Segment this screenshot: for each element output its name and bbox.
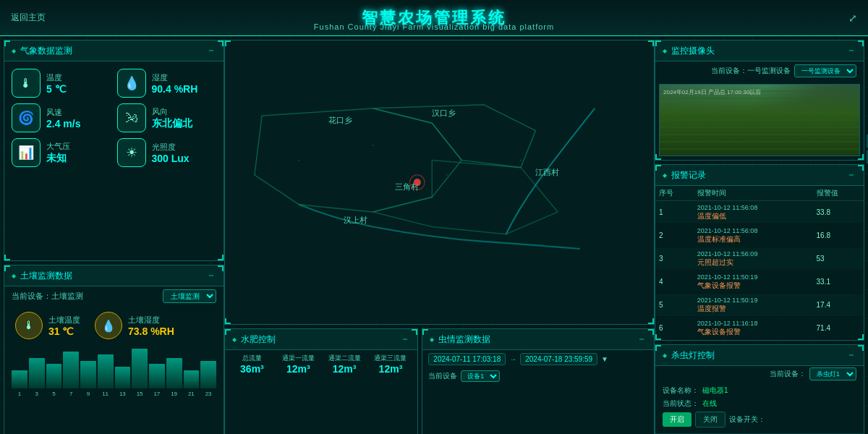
- weather-item-wind-dir: 🌬 风向 东北偏北: [117, 103, 217, 132]
- svg-point-6: [446, 174, 448, 176]
- alert-row-num-4: 5: [655, 294, 694, 317]
- pest-date-to[interactable]: 2024-07-18 23:59:59: [520, 353, 597, 365]
- alert-row-num-2: 3: [655, 247, 694, 271]
- chart-bar-10: [184, 370, 200, 388]
- chart-label-0: 1: [12, 391, 27, 397]
- chart-label-6: 13: [115, 391, 131, 397]
- soil-chart-bars: [12, 349, 216, 388]
- water-panel-minimize[interactable]: －: [400, 333, 410, 346]
- lamp-device1-btn-off[interactable]: 关闭: [695, 412, 726, 427]
- channel2-value: 12m³: [323, 363, 366, 375]
- camera-panel-title: 监控摄像头: [663, 45, 715, 57]
- alert-row-value-3: 33.1: [813, 271, 864, 294]
- alert-row-num-0: 1: [655, 201, 694, 224]
- lamp-device1-status-value: 在线: [702, 399, 717, 409]
- center-column: 花口乡 汉口乡 江西村 三角村 汉上村 水肥控制 －: [224, 40, 655, 434]
- channel3-value: 12m³: [370, 363, 412, 375]
- channel2-flow: 通渠二流量 12m³: [323, 354, 366, 375]
- soil-humidity-value: 73.8 %RH: [128, 326, 174, 337]
- wind-speed-value: 2.4 m/s: [46, 118, 80, 129]
- weather-item-pressure: 📊 大气压 未知: [12, 138, 111, 167]
- alert-panel-minimize[interactable]: －: [846, 169, 856, 182]
- camera-feed: 2024年02月19日 产品总 17:00:30以后: [655, 80, 864, 160]
- alert-row-num-1: 2: [655, 224, 694, 247]
- pest-panel-minimize[interactable]: －: [637, 333, 647, 346]
- lamp-panel-minimize[interactable]: －: [846, 349, 856, 362]
- soil-humidity-label: 土壤湿度: [128, 315, 174, 326]
- alert-row-time-3: 2021-10-12 11:50:19 气象设备报警: [694, 271, 813, 294]
- camera-timestamp: 2024年02月19日 产品总 17:00:30以后: [663, 88, 761, 96]
- weather-panel-title: 气象数据监测: [12, 45, 72, 57]
- chart-label-10: 21: [184, 391, 200, 397]
- alert-row-5: 6 2021-10-12 11:16:18 气象设备报警 71.4: [655, 317, 864, 340]
- pest-date-arrow: →: [509, 355, 516, 363]
- soil-temp-icon: 🌡: [15, 312, 43, 339]
- pest-date-from[interactable]: 2024-07-11 17:03:18: [428, 353, 506, 365]
- water-panel-title: 水肥控制: [232, 333, 276, 346]
- camera-panel-header: 监控摄像头 －: [655, 41, 864, 61]
- soil-device-select[interactable]: 土壤监测: [163, 289, 216, 303]
- chart-label-8: 17: [149, 391, 165, 397]
- channel1-flow: 通渠一流量 12m³: [277, 354, 320, 375]
- lamp-device1-buttons: 开启 关闭 设备开关：: [663, 412, 856, 427]
- lamp-current-device-label: 当前设备：: [770, 369, 806, 379]
- svg-point-7: [520, 159, 522, 161]
- chart-bar-4: [80, 361, 96, 388]
- weather-panel-header: 气象数据监测 －: [4, 41, 224, 61]
- lamp-device1-switch-label: 设备开关：: [729, 414, 765, 425]
- weather-grid: 🌡 温度 5 ℃ 💧 湿度 90.4 %RH 🌀 风: [4, 61, 224, 174]
- alert-table-container: 序号 报警时间 报警值 1 2021-10-12 11:56:08 温度偏低 3…: [655, 186, 864, 340]
- alert-panel-title: 报警记录: [663, 169, 706, 182]
- lamp-current-device-row: 当前设备： 杀虫灯1: [655, 366, 864, 382]
- camera-device-row: 当前设备：一号监测设备 一号监测设备: [655, 61, 864, 80]
- bottom-center: 水肥控制 － 总流量 36m³ 通渠一流量 12m³ 通渠二流量 12m³: [224, 328, 655, 434]
- weather-item-light: ☀ 光照度 300 Lux: [117, 138, 217, 167]
- soil-temp-metric: 🌡 土壤温度 31 ℃: [15, 312, 80, 339]
- alert-col-time: 报警时间: [694, 186, 813, 201]
- soil-panel: 土壤监测数据 － 当前设备：土壤监测 土壤监测 🌡 土壤温度 31 ℃: [4, 265, 224, 434]
- camera-device-select[interactable]: 一号监测设备: [794, 64, 856, 77]
- pest-device-label: 当前设备: [428, 371, 457, 381]
- nav-link[interactable]: 返回主页: [11, 12, 46, 24]
- camera-image: 2024年02月19日 产品总 17:00:30以后: [659, 84, 860, 156]
- chart-bar-2: [46, 364, 62, 388]
- alert-col-num: 序号: [655, 186, 694, 201]
- lamp-device-select[interactable]: 杀虫灯1: [809, 367, 856, 380]
- chart-bar-6: [115, 367, 131, 388]
- alert-row-time-4: 2021-10-12 11:50:19 温度报警: [694, 294, 813, 317]
- soil-panel-minimize[interactable]: －: [206, 269, 216, 282]
- pest-device-select[interactable]: 设备1: [461, 370, 500, 382]
- alert-row-value-0: 33.8: [813, 201, 864, 224]
- camera-panel-minimize[interactable]: －: [846, 44, 856, 57]
- soil-panel-title: 土壤监测数据: [12, 270, 72, 282]
- svg-point-13: [414, 179, 421, 186]
- weather-panel-minimize[interactable]: －: [206, 44, 216, 57]
- humidity-value: 90.4 %RH: [152, 83, 198, 95]
- alert-row-3: 4 2021-10-12 11:50:19 气象设备报警 33.1: [655, 271, 864, 294]
- lamp-device1-name-value: 磁电器1: [702, 386, 728, 396]
- expand-icon[interactable]: ⤢: [848, 12, 857, 24]
- pest-panel-header: 虫情监测数据 －: [422, 329, 654, 350]
- alert-row-time-0: 2021-10-12 11:56:08 温度偏低: [694, 201, 813, 224]
- wind-dir-icon: 🌬: [117, 103, 146, 132]
- weather-item-temp: 🌡 温度 5 ℃: [12, 69, 111, 98]
- soil-device-row: 当前设备：土壤监测 土壤监测: [4, 286, 224, 306]
- water-panel-header: 水肥控制 －: [225, 329, 417, 350]
- pest-date-expand[interactable]: ▼: [601, 355, 608, 363]
- lamp-device1-btn-on[interactable]: 开启: [663, 412, 692, 427]
- alert-row-num-3: 4: [655, 271, 694, 294]
- pressure-icon: 📊: [12, 138, 41, 167]
- chart-label-7: 15: [132, 391, 148, 397]
- camera-device-label: 当前设备：一号监测设备: [711, 66, 791, 76]
- water-metrics: 总流量 36m³ 通渠一流量 12m³ 通渠二流量 12m³ 通渠三流量 12m…: [225, 350, 417, 378]
- chart-bar-7: [132, 349, 148, 388]
- pest-panel: 虫情监测数据 － 2024-07-11 17:03:18 → 2024-07-1…: [422, 328, 655, 434]
- pressure-value: 未知: [46, 152, 70, 165]
- light-label: 光照度: [152, 142, 190, 153]
- alert-row-time-5: 2021-10-12 11:16:18 气象设备报警: [694, 317, 813, 340]
- lamp-panel-title: 杀虫灯控制: [663, 349, 715, 362]
- light-icon: ☀: [117, 138, 146, 167]
- alert-panel: 报警记录 － 序号 报警时间 报警值 1 2021-10-12 11:5: [655, 164, 864, 341]
- temp-value: 5 ℃: [46, 83, 67, 95]
- wind-speed-icon: 🌀: [12, 103, 41, 132]
